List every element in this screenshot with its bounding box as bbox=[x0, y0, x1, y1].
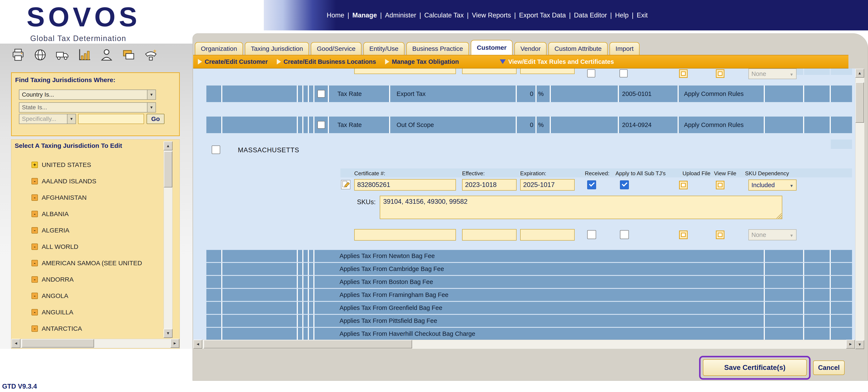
globe-icon[interactable] bbox=[33, 48, 47, 62]
jurisdiction-item-albania[interactable]: -ALBANIA bbox=[20, 206, 160, 222]
tab-good-service[interactable]: Good/Service bbox=[311, 42, 362, 55]
tree-toggle-icon[interactable]: + bbox=[31, 162, 38, 168]
cancel-button[interactable]: Cancel bbox=[813, 361, 845, 375]
scroll-up-button[interactable] bbox=[855, 69, 864, 78]
country-select[interactable]: Country Is... bbox=[19, 90, 156, 100]
new-certificate-number-input[interactable] bbox=[354, 229, 456, 240]
chart-icon[interactable] bbox=[78, 48, 91, 62]
scroll-right-button[interactable] bbox=[846, 340, 855, 349]
resize-grip-icon[interactable] bbox=[777, 213, 782, 219]
partial-effective-date-input[interactable] bbox=[462, 68, 517, 74]
certificate-number-input[interactable] bbox=[354, 179, 456, 191]
tree-toggle-icon[interactable]: - bbox=[31, 243, 38, 250]
jurisdiction-item-aaland-islands[interactable]: -AALAND ISLANDS bbox=[20, 173, 160, 189]
nav-item-home[interactable]: Home bbox=[327, 11, 344, 19]
received-checkbox[interactable] bbox=[587, 181, 596, 189]
tree-toggle-icon[interactable]: - bbox=[31, 325, 38, 332]
tab-taxing-jurisdiction[interactable]: Taxing Jurisdiction bbox=[245, 42, 309, 55]
edit-certificate-icon[interactable] bbox=[341, 180, 350, 189]
scroll-down-button[interactable] bbox=[164, 329, 173, 338]
chevron-down-icon[interactable] bbox=[147, 103, 156, 112]
partial-received-checkbox[interactable] bbox=[587, 69, 595, 77]
effective-date-input[interactable] bbox=[462, 179, 517, 191]
scroll-thumb[interactable] bbox=[204, 340, 412, 349]
jurisdiction-item-united-states[interactable]: +UNITED STATES bbox=[20, 157, 160, 173]
nav-item-administer[interactable]: Administer bbox=[385, 11, 416, 19]
view-file-icon[interactable] bbox=[716, 231, 724, 239]
breadcrumb-item-create-edit-customer[interactable]: Create/Edit Customer bbox=[198, 58, 268, 65]
scroll-down-button[interactable] bbox=[855, 340, 864, 349]
tab-entity-use[interactable]: Entity/Use bbox=[363, 42, 404, 55]
tab-organization[interactable]: Organization bbox=[195, 42, 243, 55]
chevron-down-icon[interactable] bbox=[67, 114, 75, 124]
partial-sku-dependency-select[interactable]: None bbox=[748, 68, 797, 79]
tree-toggle-icon[interactable]: - bbox=[31, 309, 38, 316]
jurisdiction-item-afghanistan[interactable]: -AFGHANISTAN bbox=[20, 189, 160, 206]
nav-item-view-reports[interactable]: View Reports bbox=[472, 11, 511, 19]
new-effective-date-input[interactable] bbox=[462, 229, 517, 240]
save-certificates-button[interactable]: Save Certificate(s) bbox=[703, 359, 807, 376]
view-file-icon[interactable] bbox=[716, 181, 724, 189]
scroll-thumb[interactable] bbox=[22, 339, 94, 348]
sku-dependency-select[interactable]: Included bbox=[748, 179, 797, 191]
tree-toggle-icon[interactable]: - bbox=[31, 260, 38, 266]
go-button[interactable]: Go bbox=[147, 114, 164, 124]
nav-item-calculate-tax[interactable]: Calculate Tax bbox=[424, 11, 464, 19]
chevron-down-icon[interactable] bbox=[147, 90, 156, 99]
printer-icon[interactable] bbox=[11, 48, 25, 62]
scroll-left-button[interactable] bbox=[193, 340, 202, 349]
nav-item-help[interactable]: Help bbox=[615, 11, 629, 19]
find-jurisdiction-input[interactable] bbox=[78, 114, 144, 124]
scroll-right-button[interactable] bbox=[170, 339, 179, 348]
jurisdiction-checkbox[interactable] bbox=[212, 145, 220, 154]
tax-row-checkbox[interactable] bbox=[317, 90, 325, 98]
jurisdiction-item-anguilla[interactable]: -ANGUILLA bbox=[20, 304, 160, 320]
upload-file-icon[interactable] bbox=[679, 69, 688, 78]
partial-apply-all-checkbox[interactable] bbox=[620, 69, 628, 77]
scroll-thumb[interactable] bbox=[164, 151, 172, 187]
jurisdiction-item-algeria[interactable]: -ALGERIA bbox=[20, 222, 160, 238]
tax-row-checkbox[interactable] bbox=[317, 121, 325, 129]
nav-item-export-tax-data[interactable]: Export Tax Data bbox=[519, 11, 566, 19]
jurisdiction-item-antarctica[interactable]: -ANTARCTICA bbox=[20, 320, 160, 337]
nav-item-data-editor[interactable]: Data Editor bbox=[574, 11, 607, 19]
upload-file-icon[interactable] bbox=[679, 231, 688, 239]
jurisdiction-item-andorra[interactable]: -ANDORRA bbox=[20, 271, 160, 288]
tree-toggle-icon[interactable]: - bbox=[31, 276, 38, 283]
state-select[interactable]: State Is... bbox=[19, 102, 156, 112]
jurisdiction-item-american-samoa-see-united[interactable]: -AMERICAN SAMOA (SEE UNITED bbox=[20, 255, 160, 271]
nav-item-manage[interactable]: Manage bbox=[352, 11, 377, 19]
tree-toggle-icon[interactable]: - bbox=[31, 178, 38, 185]
scroll-left-button[interactable] bbox=[11, 339, 21, 348]
tab-custom-attribute[interactable]: Custom Attribute bbox=[549, 42, 608, 55]
tree-toggle-icon[interactable]: - bbox=[31, 194, 38, 201]
partial-certificate-number-input[interactable] bbox=[354, 68, 456, 74]
tree-toggle-icon[interactable]: - bbox=[31, 211, 38, 217]
apply-all-checkbox[interactable] bbox=[620, 181, 629, 189]
tab-customer[interactable]: Customer bbox=[471, 40, 513, 55]
truck-icon[interactable] bbox=[55, 48, 69, 62]
new-sku-dependency-select[interactable]: None bbox=[748, 229, 797, 240]
breadcrumb-item-create-edit-business-locations[interactable]: Create/Edit Business Locations bbox=[277, 58, 376, 65]
new-received-checkbox[interactable] bbox=[587, 230, 596, 239]
phone-icon[interactable] bbox=[144, 48, 158, 62]
new-expiration-date-input[interactable] bbox=[520, 229, 575, 240]
tree-toggle-icon[interactable]: - bbox=[31, 293, 38, 299]
breadcrumb-item-manage-tax-obligation[interactable]: Manage Tax Obligation bbox=[385, 58, 459, 65]
specifically-select[interactable]: Specifically... bbox=[19, 114, 76, 124]
cards-icon[interactable] bbox=[122, 48, 136, 62]
scroll-up-button[interactable] bbox=[164, 141, 173, 151]
tab-import[interactable]: Import bbox=[610, 42, 640, 55]
view-file-icon[interactable] bbox=[716, 69, 724, 78]
user-icon[interactable] bbox=[99, 48, 114, 62]
tree-toggle-icon[interactable]: - bbox=[31, 227, 38, 233]
new-apply-all-checkbox[interactable] bbox=[620, 230, 629, 239]
jurisdiction-item-all-world[interactable]: -ALL WORLD bbox=[20, 238, 160, 255]
tab-vendor[interactable]: Vendor bbox=[515, 42, 547, 55]
tab-business-practice[interactable]: Business Practice bbox=[406, 42, 469, 55]
nav-item-exit[interactable]: Exit bbox=[637, 11, 648, 19]
scroll-thumb[interactable] bbox=[856, 82, 864, 123]
skus-textarea[interactable]: 39104, 43156, 49300, 99582 bbox=[380, 196, 782, 219]
expiration-date-input[interactable] bbox=[520, 179, 575, 191]
breadcrumb-item-view-edit-tax-rules-and-certificates[interactable]: View/Edit Tax Rules and Certificates bbox=[500, 58, 614, 65]
